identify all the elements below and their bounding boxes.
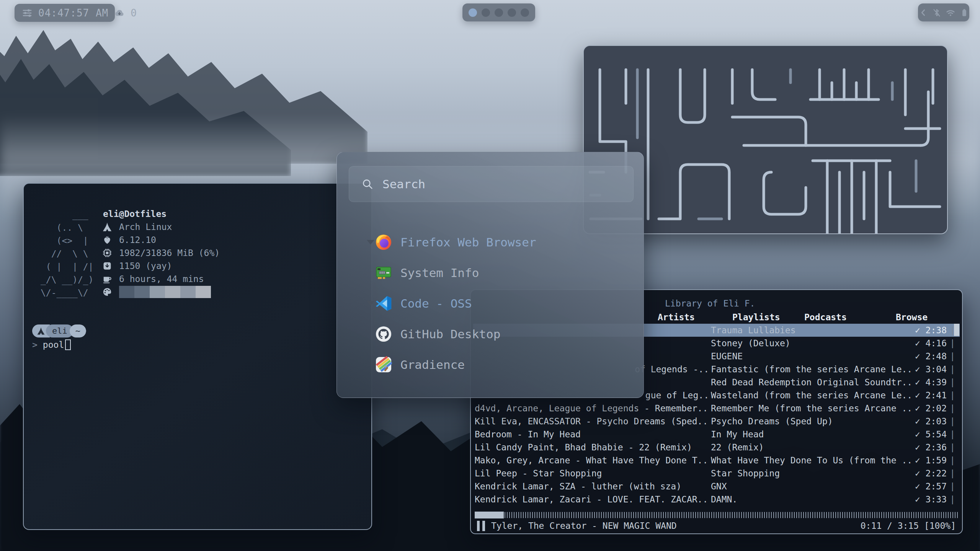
scrollbar-track-tick: | (950, 415, 955, 428)
statusbar-left-pill[interactable]: 04:47:57 AM 0 (15, 4, 115, 22)
workspace-dot-4[interactable] (508, 8, 516, 17)
playback-progress-fill (475, 512, 504, 518)
fetch-row-palette (102, 285, 211, 298)
track-album: Remember Me (from the series Arcane .. (711, 402, 925, 415)
chevron-down-icon[interactable] (367, 301, 374, 306)
track-row[interactable]: Mako, Grey, Arcane - What Have They Done… (473, 454, 960, 467)
workspace-dot-2[interactable] (482, 8, 490, 17)
terminal-color-palette (119, 286, 211, 298)
track-row[interactable]: Bedroom - In My Head In My Head ✓ 5:54 | (473, 428, 960, 441)
track-artist-title: Kendrick Lamar, SZA - luther (with sza) (475, 480, 709, 493)
launcher-item-gradience[interactable]: Gradience (337, 352, 644, 377)
track-row[interactable]: Lil Candy Paint, Bhad Bhabie - 22 (Remix… (473, 441, 960, 454)
track-time: ✓ 2:03 (915, 415, 947, 428)
launcher-item-code-oss[interactable]: Code - OSS (337, 291, 644, 316)
library-title: Library of Eli F. (665, 298, 755, 308)
track-row[interactable]: d4vd, Arcane, League of Legends - Rememb… (473, 402, 960, 415)
launcher-item-firefox[interactable]: Firefox Web Browser (337, 230, 644, 254)
terminal-window[interactable]: ___ (.. \ (<> | // \ \ ( | | /| _/\ __)/… (23, 183, 372, 530)
palette-swatch-0 (119, 286, 134, 298)
palette-swatch-4 (180, 286, 196, 298)
track-row[interactable]: Lil Peep - Star Shopping Star Shopping ✓… (473, 467, 960, 480)
palette-swatch-5 (196, 286, 211, 298)
launcher-item-label: GitHub Desktop (400, 327, 500, 341)
track-artist-title: Mako, Grey, Arcane - What Have They Done… (475, 454, 709, 467)
memory-icon (102, 248, 112, 258)
prompt-user: eli (46, 324, 74, 337)
fetch-row-uptime: 6 hours, 44 mins (102, 272, 204, 285)
track-album: GNX (711, 480, 925, 493)
packages-icon (102, 261, 112, 271)
track-time: ✓ 1:59 (915, 454, 947, 467)
scrollbar-thumb[interactable] (954, 324, 959, 336)
workspace-dot-1[interactable] (469, 8, 477, 17)
scrollbar-track-tick: | (950, 428, 955, 441)
fastfetch-ascii-art: ___ (.. \ (<> | // \ \ ( | | /| _/\ __)/… (41, 208, 93, 299)
system-info-icon (375, 264, 392, 281)
launcher-item-label: Gradience (400, 358, 465, 372)
tab-browse[interactable]: Browse (896, 312, 928, 322)
search-input[interactable] (382, 177, 621, 191)
pause-icon[interactable] (477, 521, 485, 531)
app-launcher[interactable]: Firefox Web Browser System Info Cod (336, 152, 644, 398)
track-album: Red Dead Redemption Original Soundtr.. (711, 376, 925, 389)
track-time: ✓ 2:02 (915, 402, 947, 415)
fetch-row-packages: 1150 (yay) (102, 259, 172, 272)
chevron-down-icon[interactable] (367, 240, 374, 245)
terminal-cursor (65, 339, 71, 350)
track-time: ✓ 2:36 (915, 441, 947, 454)
fetch-host: eli@Dotfiles (103, 207, 167, 220)
track-time: ✓ 2:41 (915, 389, 947, 402)
playback-time: 0:11 / 3:15 [100%] (861, 521, 956, 531)
track-time: ✓ 4:16 (915, 337, 947, 350)
palette-swatch-3 (165, 286, 180, 298)
workspace-dot-3[interactable] (495, 8, 503, 17)
track-album: 22 (Remix) (711, 441, 925, 454)
track-row[interactable]: Kendrick Lamar, Zacari - LOVE. FEAT. ZAC… (473, 493, 960, 506)
now-playing-bar: Tyler, The Creator - NEW MAGIC WAND 0:11… (477, 519, 956, 533)
track-time: ✓ 2:22 (915, 467, 947, 480)
launcher-item-label: System Info (400, 266, 479, 280)
fetch-row-memory: 1982/31836 MiB (6%) (102, 246, 220, 259)
launcher-item-system-info[interactable]: System Info (337, 261, 644, 285)
track-album: In My Head (711, 428, 925, 441)
playback-progress-bar[interactable] (475, 512, 958, 518)
track-row[interactable]: Kendrick Lamar, SZA - luther (with sza) … (473, 480, 960, 493)
scrollbar-track-tick: | (950, 350, 955, 363)
firefox-icon (375, 234, 392, 251)
bluetooth-off-icon[interactable] (932, 8, 942, 18)
track-row[interactable]: Kill Eva, ENCASSATOR - Psycho Dreams (Sp… (473, 415, 960, 428)
now-playing-track: Tyler, The Creator - NEW MAGIC WAND (491, 521, 677, 531)
track-artist-title: d4vd, Arcane, League of Legends - Rememb… (475, 402, 709, 415)
wallpaper-mountain-ridge-dark (0, 46, 291, 176)
scrollbar-track-tick: | (950, 480, 955, 493)
scrollbar-track-tick: | (950, 493, 955, 506)
track-time: ✓ 5:54 (915, 428, 947, 441)
track-album: DAMN. (711, 493, 925, 506)
scrollbar-track-tick: | (950, 337, 955, 350)
battery-icon[interactable] (959, 8, 969, 18)
workspaces-pill[interactable] (462, 3, 535, 21)
scrollbar-track-tick: | (950, 376, 955, 389)
tab-artists[interactable]: Artists (658, 312, 695, 322)
arch-icon (102, 222, 112, 232)
track-time: ✓ 4:39 (915, 376, 947, 389)
chevron-left-icon[interactable] (918, 8, 928, 18)
track-album: Stoney (Deluxe) (711, 337, 925, 350)
track-artist-title: Kill Eva, ENCASSATOR - Psycho Dreams (Sp… (475, 415, 709, 428)
command-line[interactable]: > pool (32, 338, 71, 351)
clock: 04:47:57 AM (38, 7, 108, 19)
launcher-item-label: Firefox Web Browser (400, 235, 536, 249)
workspace-dot-5[interactable] (521, 8, 529, 17)
palette-swatch-1 (134, 286, 150, 298)
search-bar[interactable] (349, 166, 634, 202)
tray-pill[interactable] (918, 3, 969, 21)
tab-podcasts[interactable]: Podcasts (804, 312, 847, 322)
launcher-item-github-desktop[interactable]: GitHub Desktop (337, 322, 644, 346)
track-album: Psycho Dreams (Sped Up) (711, 415, 925, 428)
cloud-download-icon[interactable] (114, 7, 125, 19)
tab-playlists[interactable]: Playlists (732, 312, 780, 322)
track-album: What Have They Done To Us (from the .. (711, 454, 925, 467)
wifi-icon[interactable] (945, 7, 956, 18)
sliders-icon[interactable] (21, 7, 33, 19)
